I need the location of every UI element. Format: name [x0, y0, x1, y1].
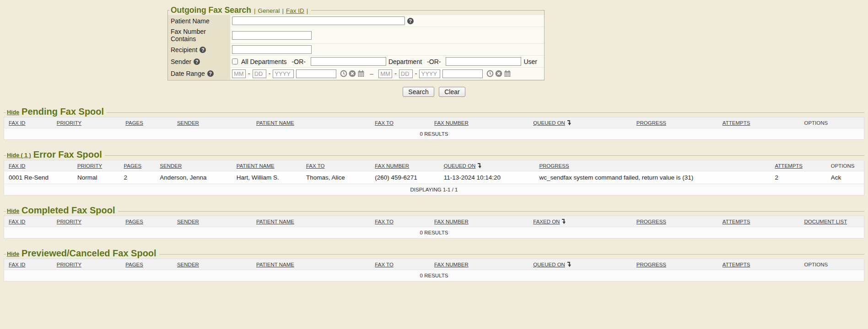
- column-header-priority-link[interactable]: PRIORITY: [77, 163, 102, 169]
- column-header-sender-link[interactable]: SENDER: [177, 262, 199, 267]
- patient-name-input[interactable]: [232, 16, 405, 25]
- to-clock-icon[interactable]: [486, 70, 494, 77]
- column-header-attempts-link[interactable]: ATTEMPTS: [722, 219, 750, 224]
- pipe-separator: |: [254, 7, 256, 14]
- section-border-line: [118, 211, 864, 212]
- fax-number-input[interactable]: [232, 31, 312, 40]
- column-header-queued-on-link[interactable]: QUEUED ON: [444, 163, 476, 169]
- column-header-attempts-link[interactable]: ATTEMPTS: [722, 120, 750, 126]
- results-summary: 0 RESULTS: [4, 227, 864, 239]
- column-header-faxed-on-link[interactable]: FAXED ON: [533, 219, 560, 224]
- fax-number-row: Fax Number Contains: [168, 27, 544, 44]
- column-header-priority-link[interactable]: PRIORITY: [57, 219, 81, 224]
- sort-descending-icon: [561, 218, 566, 224]
- column-header-patient-name: PATIENT NAME: [232, 160, 302, 171]
- column-header-patient-name-link[interactable]: PATIENT NAME: [237, 163, 275, 169]
- column-header-priority: PRIORITY: [52, 259, 121, 270]
- column-header-fax-id-link[interactable]: FAX ID: [9, 219, 25, 224]
- column-header-sender-link[interactable]: SENDER: [177, 219, 199, 224]
- column-header-attempts: ATTEMPTS: [718, 259, 800, 270]
- column-header-priority-link[interactable]: PRIORITY: [57, 262, 81, 267]
- error-hide-link[interactable]: Hide ( 1 ): [7, 152, 31, 159]
- from-day-input[interactable]: [253, 69, 266, 78]
- to-month-input[interactable]: [378, 69, 392, 78]
- previewed-canceled-fax-spool-section: Hide Previewed/Canceled Fax Spool FAX ID…: [4, 239, 864, 281]
- cell-options[interactable]: Ack: [826, 171, 864, 184]
- all-departments-checkbox[interactable]: [232, 58, 238, 64]
- column-header-progress-link[interactable]: PROGRESS: [636, 120, 666, 126]
- from-month-input[interactable]: [232, 69, 246, 78]
- department-input[interactable]: [311, 57, 386, 66]
- tab-general[interactable]: General: [258, 7, 280, 14]
- to-year-input[interactable]: [419, 69, 440, 78]
- to-time-input[interactable]: [442, 69, 483, 78]
- range-dash-separator: –: [367, 70, 376, 77]
- column-header-fax-id-link[interactable]: FAX ID: [9, 262, 25, 267]
- column-header-progress-link[interactable]: PROGRESS: [636, 262, 666, 267]
- pending-hide-link[interactable]: Hide: [7, 109, 19, 116]
- patient-name-help-icon[interactable]: ?: [407, 18, 414, 24]
- recipient-input[interactable]: [232, 45, 312, 54]
- section-border-line: [107, 112, 864, 113]
- to-clear-date-icon[interactable]: [495, 70, 502, 77]
- sort-descending-icon: [566, 261, 571, 267]
- section-border-tick: [4, 254, 6, 255]
- cell-fax-id[interactable]: 0001 Re-Send: [4, 171, 73, 184]
- to-calendar-icon[interactable]: [504, 70, 511, 77]
- date-range-help-icon[interactable]: ?: [207, 70, 214, 77]
- column-header-pages-link[interactable]: PAGES: [125, 262, 143, 267]
- column-header-priority: PRIORITY: [52, 216, 121, 227]
- from-calendar-icon[interactable]: [357, 70, 365, 77]
- column-header-fax-to-link[interactable]: FAX TO: [306, 163, 324, 169]
- column-header-pages-link[interactable]: PAGES: [124, 163, 141, 169]
- recipient-label: Recipient: [171, 46, 197, 53]
- clear-button[interactable]: Clear: [439, 87, 465, 97]
- column-header-progress-link[interactable]: PROGRESS: [636, 219, 666, 224]
- column-header-queued-on-link[interactable]: QUEUED ON: [533, 120, 565, 126]
- completed-hide-link[interactable]: Hide: [7, 208, 19, 214]
- column-header-document-list-link[interactable]: DOCUMENT LIST: [804, 219, 847, 224]
- from-clear-date-icon[interactable]: [349, 70, 356, 77]
- column-header-fax-number-link[interactable]: FAX NUMBER: [434, 219, 469, 224]
- sender-row: Sender ? All Departments -OR- Department…: [168, 56, 544, 68]
- recipient-help-icon[interactable]: ?: [199, 47, 206, 53]
- column-header-row: FAX IDPRIORITYPAGESSENDERPATIENT NAMEFAX…: [4, 117, 864, 128]
- from-clock-icon[interactable]: [340, 70, 347, 77]
- column-header-patient-name-link[interactable]: PATIENT NAME: [256, 120, 294, 126]
- to-day-input[interactable]: [399, 69, 413, 78]
- search-buttons-row: Search Clear: [0, 87, 868, 97]
- column-header-attempts-link[interactable]: ATTEMPTS: [722, 262, 750, 267]
- column-header-patient-name-link[interactable]: PATIENT NAME: [256, 219, 294, 224]
- column-header-sender-link[interactable]: SENDER: [177, 120, 199, 126]
- column-header-attempts-link[interactable]: ATTEMPTS: [775, 163, 803, 169]
- column-header-fax-to-link[interactable]: FAX TO: [375, 120, 393, 126]
- sender-help-icon[interactable]: ?: [194, 58, 200, 65]
- column-header-fax-id-link[interactable]: FAX ID: [9, 120, 25, 126]
- column-header-patient-name: PATIENT NAME: [252, 259, 370, 270]
- previewed-canceled-hide-link[interactable]: Hide: [7, 251, 19, 257]
- column-header-options-label: OPTIONS: [831, 163, 855, 169]
- column-header-fax-to-link[interactable]: FAX TO: [375, 262, 393, 267]
- search-button[interactable]: Search: [403, 87, 434, 97]
- user-input[interactable]: [446, 57, 521, 66]
- column-header-sender-link[interactable]: SENDER: [160, 163, 182, 169]
- column-header-fax-to-link[interactable]: FAX TO: [375, 219, 393, 224]
- column-header-fax-number-link[interactable]: FAX NUMBER: [434, 262, 469, 267]
- results-summary-row: DISPLAYING 1-1 / 1: [4, 184, 864, 196]
- from-time-input[interactable]: [296, 69, 336, 78]
- column-header-fax-number-link[interactable]: FAX NUMBER: [375, 163, 409, 169]
- column-header-pages-link[interactable]: PAGES: [125, 219, 143, 224]
- from-year-input[interactable]: [273, 69, 294, 78]
- column-header-queued-on-link[interactable]: QUEUED ON: [533, 262, 565, 267]
- column-header-priority-link[interactable]: PRIORITY: [57, 120, 81, 126]
- column-header-fax-number-link[interactable]: FAX NUMBER: [434, 120, 469, 126]
- column-header-patient-name-link[interactable]: PATIENT NAME: [256, 262, 294, 267]
- column-header-patient-name: PATIENT NAME: [252, 117, 370, 128]
- column-header-pages-link[interactable]: PAGES: [125, 120, 143, 126]
- column-header-progress-link[interactable]: PROGRESS: [539, 163, 569, 169]
- tab-fax-id[interactable]: Fax ID: [286, 7, 304, 14]
- error-fax-spool-section: Hide ( 1 ) Error Fax Spool FAX IDPRIORIT…: [4, 140, 864, 196]
- date-hyphen: -: [415, 70, 417, 77]
- column-header-fax-number: FAX NUMBER: [430, 117, 528, 128]
- column-header-fax-id-link[interactable]: FAX ID: [9, 163, 25, 169]
